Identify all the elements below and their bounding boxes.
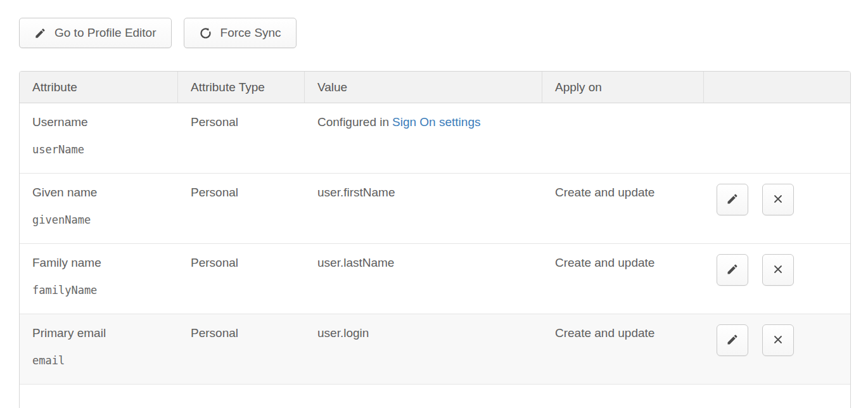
header-apply-on: Apply on bbox=[542, 72, 704, 103]
go-to-profile-editor-button[interactable]: Go to Profile Editor bbox=[19, 18, 172, 48]
table-row-given-name: Given name givenName Personal user.first… bbox=[20, 174, 851, 244]
attribute-mappings-table: Attribute Attribute Type Value Apply on … bbox=[19, 71, 851, 408]
actions-cell bbox=[704, 314, 851, 385]
apply-on-cell: Create and update bbox=[542, 244, 704, 314]
attribute-type-cell: Personal bbox=[178, 103, 305, 174]
pencil-icon bbox=[726, 333, 739, 348]
pencil-icon bbox=[34, 27, 46, 39]
apply-on-cell: Create and update bbox=[542, 314, 704, 385]
header-value: Value bbox=[305, 72, 542, 103]
value-cell: user.login bbox=[305, 314, 542, 385]
header-attribute-type: Attribute Type bbox=[178, 72, 305, 103]
force-sync-label: Force Sync bbox=[220, 26, 281, 40]
apply-on-cell: Create and update bbox=[542, 174, 704, 244]
remove-attribute-button[interactable] bbox=[762, 254, 794, 286]
attribute-variable-name: givenName bbox=[32, 214, 172, 226]
table-header-row: Attribute Attribute Type Value Apply on bbox=[20, 72, 851, 103]
x-icon bbox=[772, 263, 784, 277]
value-cell: user.lastName bbox=[305, 244, 542, 314]
attribute-type-cell: Personal bbox=[178, 174, 305, 244]
edit-attribute-button[interactable] bbox=[717, 324, 748, 356]
header-actions bbox=[704, 72, 851, 103]
force-sync-button[interactable]: Force Sync bbox=[184, 18, 297, 48]
remove-attribute-button[interactable] bbox=[762, 324, 794, 356]
x-icon bbox=[772, 193, 784, 207]
apply-on-cell bbox=[542, 103, 704, 174]
attribute-type-cell: Personal bbox=[178, 244, 305, 314]
header-attribute: Attribute bbox=[20, 72, 178, 103]
go-to-profile-editor-label: Go to Profile Editor bbox=[54, 26, 156, 40]
actions-cell bbox=[704, 103, 851, 174]
attribute-label: Primary email bbox=[32, 326, 172, 340]
sync-icon bbox=[199, 27, 212, 40]
table-row-family-name: Family name familyName Personal user.las… bbox=[20, 244, 851, 314]
table-row-username: Username userName Personal Configured in… bbox=[20, 103, 851, 174]
value-cell: user.firstName bbox=[305, 174, 542, 244]
value-text: Configured in bbox=[317, 115, 389, 129]
attribute-label: Family name bbox=[32, 256, 172, 270]
table-row-primary-email: Primary email email Personal user.login … bbox=[20, 314, 851, 385]
x-icon bbox=[772, 333, 784, 348]
sign-on-settings-link[interactable]: Sign On settings bbox=[392, 115, 480, 129]
value-cell: Configured inSign On settings bbox=[305, 103, 542, 174]
actions-cell bbox=[704, 174, 851, 244]
attribute-variable-name: familyName bbox=[32, 284, 172, 296]
toolbar: Go to Profile Editor Force Sync bbox=[19, 18, 868, 48]
actions-cell bbox=[704, 244, 851, 314]
edit-attribute-button[interactable] bbox=[717, 184, 748, 215]
empty-row bbox=[20, 385, 851, 408]
attribute-label: Given name bbox=[32, 186, 172, 200]
attribute-mappings-page: Go to Profile Editor Force Sync Attribut… bbox=[0, 0, 868, 408]
pencil-icon bbox=[726, 263, 739, 277]
attribute-type-cell: Personal bbox=[178, 314, 305, 385]
remove-attribute-button[interactable] bbox=[762, 184, 794, 215]
edit-attribute-button[interactable] bbox=[717, 254, 748, 286]
pencil-icon bbox=[726, 193, 739, 207]
attribute-variable-name: userName bbox=[32, 143, 172, 156]
attribute-label: Username bbox=[32, 115, 172, 129]
attribute-variable-name: email bbox=[32, 354, 172, 367]
